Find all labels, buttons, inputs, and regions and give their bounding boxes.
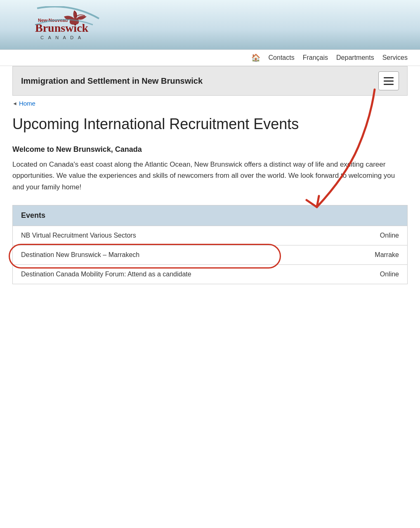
svg-text:Brunswick: Brunswick: [35, 21, 89, 34]
event-name-3: Destination Canada Mobility Forum: Atten…: [13, 264, 358, 284]
nav-departments[interactable]: Departments: [336, 54, 374, 61]
home-icon[interactable]: 🏠: [251, 53, 260, 62]
page-title: Upcoming International Recruitment Event…: [12, 115, 408, 133]
intro-text: Located on Canada's east coast along the…: [12, 159, 408, 193]
hamburger-button[interactable]: [378, 71, 399, 90]
svg-text:C A N A D A: C A N A D A: [40, 35, 83, 40]
welcome-heading: Welcome to New Brunswick, Canada: [12, 145, 408, 154]
nav-francais[interactable]: Français: [303, 54, 328, 61]
event-location-2: Marrake: [358, 245, 407, 264]
table-row: Destination New Brunswick – Marrakech Ma…: [13, 245, 407, 264]
nav-contacts[interactable]: Contacts: [269, 54, 295, 61]
hamburger-line-3: [384, 84, 394, 85]
main-content: Upcoming International Recruitment Event…: [0, 111, 420, 301]
section-nav: Immigration and Settlement in New Brunsw…: [12, 66, 408, 96]
event-location-3: Online: [358, 264, 407, 284]
event-name-2: Destination New Brunswick – Marrakech: [13, 245, 358, 264]
breadcrumb-home[interactable]: Home: [19, 100, 35, 107]
logo-area: New·Nouveau Brunswick C A N A D A: [12, 6, 103, 43]
nb-logo: New·Nouveau Brunswick C A N A D A: [12, 6, 103, 43]
breadcrumb: ◄ Home: [0, 96, 420, 111]
hamburger-line-2: [384, 80, 394, 82]
events-header: Events: [13, 205, 407, 226]
nav-bar: 🏠 Contacts Français Departments Services: [0, 50, 420, 66]
header: New·Nouveau Brunswick C A N A D A: [0, 0, 420, 50]
events-table: NB Virtual Recruitment Various Sectors O…: [13, 226, 407, 284]
events-table-wrapper: NB Virtual Recruitment Various Sectors O…: [13, 226, 407, 284]
event-name-1: NB Virtual Recruitment Various Sectors: [13, 226, 358, 245]
table-row: NB Virtual Recruitment Various Sectors O…: [13, 226, 407, 245]
hamburger-line-1: [384, 77, 394, 78]
table-row: Destination Canada Mobility Forum: Atten…: [13, 264, 407, 284]
section-title: Immigration and Settlement in New Brunsw…: [21, 76, 203, 86]
nav-services[interactable]: Services: [382, 54, 408, 61]
event-location-1: Online: [358, 226, 407, 245]
breadcrumb-arrow: ◄: [12, 101, 17, 106]
events-section: Events NB Virtual Recruitment Various Se…: [12, 205, 408, 284]
events-wrapper: Events NB Virtual Recruitment Various Se…: [12, 205, 408, 284]
